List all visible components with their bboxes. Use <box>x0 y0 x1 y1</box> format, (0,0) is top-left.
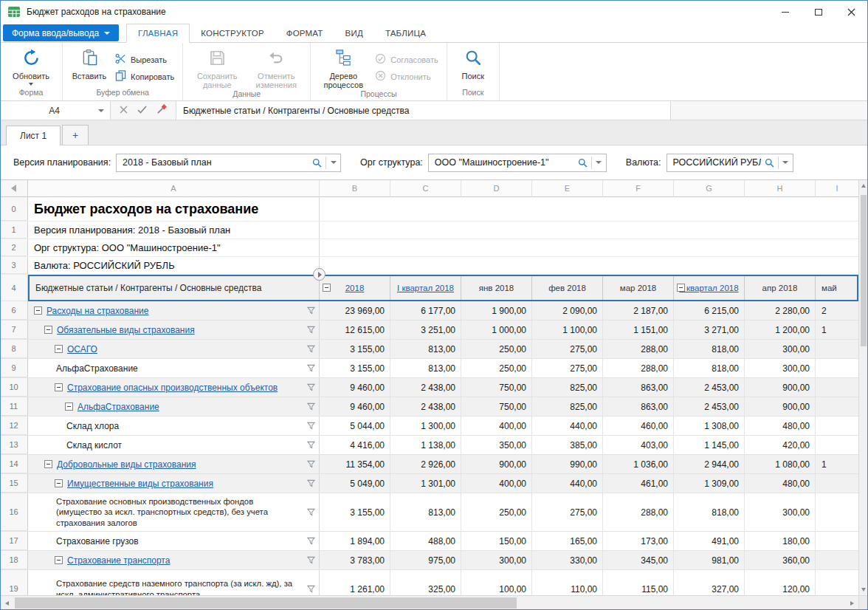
column-letter-F[interactable]: F <box>603 180 674 197</box>
cell-name-box[interactable]: A4 <box>0 101 111 120</box>
cell-D19[interactable]: 100,00 <box>461 570 532 595</box>
collapse-icon[interactable] <box>55 383 63 391</box>
paste-button[interactable]: Вставить <box>67 45 111 80</box>
cell-C17[interactable]: 488,00 <box>390 532 461 550</box>
period-header-B[interactable]: 2018 <box>320 275 390 301</box>
copy-button[interactable]: Копировать <box>111 68 178 85</box>
row-number-17[interactable]: 17 <box>0 532 28 550</box>
collapse-icon[interactable] <box>55 345 63 353</box>
cell-G6[interactable]: 6 215,00 <box>674 301 745 320</box>
row-number-9[interactable]: 9 <box>0 359 28 377</box>
cell-D14[interactable]: 900,00 <box>461 455 532 473</box>
select-all-corner[interactable] <box>0 180 28 197</box>
cell-D17[interactable]: 150,00 <box>461 532 532 550</box>
confirm-entry-icon[interactable] <box>137 106 147 116</box>
scroll-right-button[interactable] <box>845 596 858 610</box>
horizontal-scroll-thumb[interactable] <box>15 597 517 609</box>
collapse-icon[interactable] <box>44 326 52 334</box>
formula-wizard-icon[interactable] <box>156 104 167 117</box>
cell-H16[interactable]: 300,00 <box>745 493 816 531</box>
cell-I13[interactable] <box>816 436 858 454</box>
row-number-0[interactable]: 0 <box>0 197 28 221</box>
undo-changes-button[interactable]: Отменить изменения <box>247 45 306 89</box>
label-cell-A12[interactable]: Склад хлора <box>28 417 320 435</box>
row-number-19[interactable]: 19 <box>0 570 28 595</box>
column-letter-I[interactable]: I <box>816 180 858 197</box>
cell-C7[interactable]: 3 251,00 <box>390 321 461 339</box>
cell-H11[interactable]: 900,00 <box>745 397 816 416</box>
cell-G12[interactable]: 1 308,00 <box>674 417 745 435</box>
collapse-icon[interactable] <box>44 460 52 468</box>
cell-D10[interactable]: 750,00 <box>461 378 532 397</box>
column-letter-H[interactable]: H <box>745 180 816 197</box>
tab-table[interactable]: ТАБЛИЦА <box>374 24 437 42</box>
cell-I17[interactable] <box>816 532 858 550</box>
cell-H19[interactable]: 120,00 <box>745 570 816 595</box>
collapse-icon[interactable] <box>323 284 331 292</box>
cell-B19[interactable]: 1 261,00 <box>320 570 390 595</box>
filter-icon[interactable] <box>307 441 315 449</box>
label-cell-A16[interactable]: Страхование основных производственных фо… <box>28 493 320 531</box>
decline-button[interactable]: Отклонить <box>371 68 441 85</box>
cell-E14[interactable]: 990,00 <box>532 455 603 473</box>
magnifier-icon[interactable] <box>761 158 778 168</box>
period-header-G[interactable]: II квартал 2018 <box>674 275 745 301</box>
tab-format[interactable]: ФОРМАТ <box>275 24 334 42</box>
row-number-16[interactable]: 16 <box>0 493 28 531</box>
magnifier-icon[interactable] <box>574 158 591 168</box>
cell-B18[interactable]: 3 783,00 <box>320 551 390 569</box>
cell-G15[interactable]: 1 309,00 <box>674 474 745 493</box>
currency-combo[interactable]: РОССИЙСКИЙ РУБЛЬ <box>666 154 793 172</box>
cell-F8[interactable]: 288,00 <box>603 340 674 358</box>
cell-E10[interactable]: 825,00 <box>532 378 603 397</box>
label-cell-A11[interactable]: АльфаСтрахование <box>28 397 320 416</box>
group-link[interactable]: Добровольные виды страхования <box>57 459 196 470</box>
scroll-up-button[interactable] <box>859 180 868 191</box>
collapse-icon[interactable] <box>65 402 73 411</box>
cell-E11[interactable]: 825,00 <box>532 397 603 416</box>
process-tree-button[interactable]: Дерево процессов <box>315 45 371 89</box>
cell-I19[interactable] <box>816 570 858 595</box>
header-cell-A4[interactable]: Бюджетные статьи / Контрагенты / Основны… <box>28 275 320 301</box>
row-number-15[interactable]: 15 <box>0 474 28 493</box>
cell-G13[interactable]: 1 145,00 <box>674 436 745 454</box>
cell-I14[interactable]: 1 <box>816 455 858 473</box>
label-cell-A18[interactable]: Страхование транспорта <box>28 551 320 569</box>
row-number-13[interactable]: 13 <box>0 436 28 454</box>
orgstructure-combo[interactable]: ООО "Машиностроение-1" <box>428 154 607 172</box>
collapse-icon[interactable] <box>677 284 685 292</box>
info-cell-A0[interactable]: Бюджет расходов на страхование <box>28 197 320 221</box>
version-combo[interactable]: 2018 - Базовый план <box>116 154 341 172</box>
row-number-11[interactable]: 11 <box>0 397 28 416</box>
group-link[interactable]: Страхование опасных производственных объ… <box>67 383 278 393</box>
cell-H14[interactable]: 1 080,00 <box>745 455 816 473</box>
row-number-18[interactable]: 18 <box>0 551 28 569</box>
row-expand-handle[interactable] <box>313 268 326 281</box>
cell-F19[interactable]: 115,00 <box>603 570 674 595</box>
filter-icon[interactable] <box>307 402 315 411</box>
scroll-down-button[interactable] <box>859 584 868 595</box>
row-number-3[interactable]: 3 <box>0 257 28 274</box>
cell-D6[interactable]: 1 900,00 <box>461 301 532 320</box>
tab-view[interactable]: ВИД <box>334 24 374 42</box>
cell-G9[interactable]: 818,00 <box>674 359 745 377</box>
cell-H12[interactable]: 480,00 <box>745 417 816 435</box>
label-cell-A14[interactable]: Добровольные виды страхования <box>28 455 320 473</box>
filter-icon[interactable] <box>307 383 315 391</box>
cell-E17[interactable]: 165,00 <box>532 532 603 550</box>
cell-H9[interactable]: 300,00 <box>745 359 816 377</box>
horizontal-scroll-track[interactable] <box>13 596 845 610</box>
column-letter-G[interactable]: G <box>674 180 745 197</box>
filter-icon[interactable] <box>307 345 315 353</box>
period-header-H[interactable]: апр 2018 <box>745 275 816 301</box>
cell-F6[interactable]: 2 187,00 <box>603 301 674 320</box>
label-cell-A13[interactable]: Склад кислот <box>28 436 320 454</box>
group-link[interactable]: Имущественные виды страхования <box>67 479 213 489</box>
cell-B16[interactable]: 3 155,00 <box>320 493 390 531</box>
filter-icon[interactable] <box>307 585 315 593</box>
magnifier-icon[interactable] <box>309 158 326 168</box>
cell-I8[interactable] <box>816 340 858 358</box>
cell-H7[interactable]: 1 200,00 <box>745 321 816 339</box>
cell-H18[interactable]: 360,00 <box>745 551 816 569</box>
cell-F10[interactable]: 863,00 <box>603 378 674 397</box>
